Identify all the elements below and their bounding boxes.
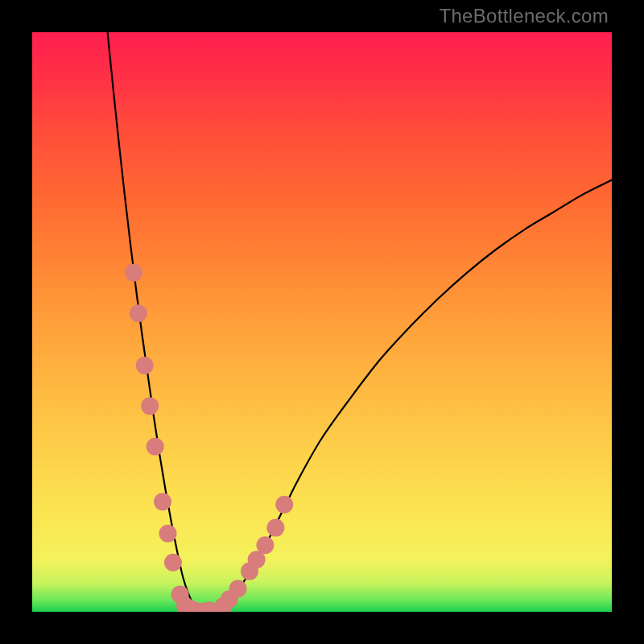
plot-area [32,32,612,612]
data-dot [266,519,284,537]
data-dot [130,304,147,322]
data-dot [125,264,142,282]
data-dot [147,438,164,456]
dots-left [125,264,200,612]
data-dot [275,496,293,514]
data-dot [141,397,159,415]
bottleneck-curve [108,32,612,612]
data-dot [154,493,171,510]
data-dot [136,357,154,374]
data-dot [256,536,274,554]
data-dot [159,525,176,543]
chart-frame: TheBottleneck.com [0,0,644,644]
watermark-text: TheBottleneck.com [439,5,609,27]
dots-right [200,496,294,612]
dots-bottom [182,600,218,612]
data-dot [229,580,247,597]
data-dot [164,554,182,572]
chart-overlay [32,32,612,612]
